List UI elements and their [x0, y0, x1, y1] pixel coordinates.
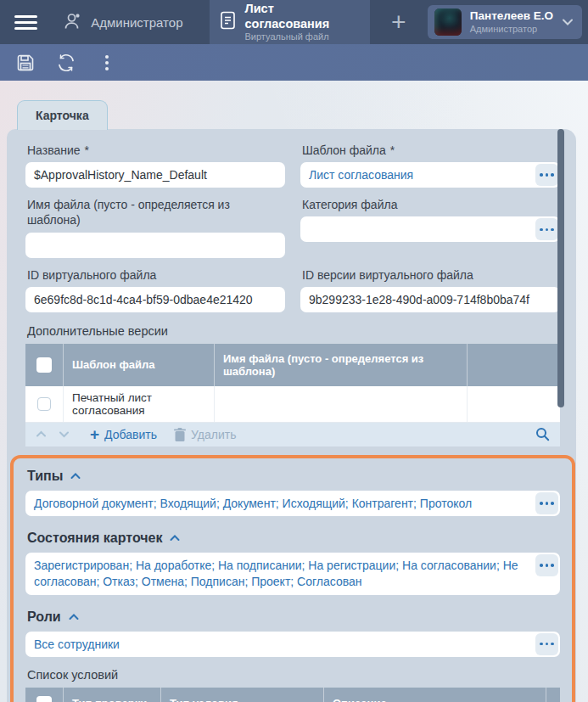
table-cell [215, 386, 468, 422]
highlighted-section: Типы Договорной документ; Входящий; Доку… [10, 455, 575, 702]
row-checkbox[interactable] [37, 397, 51, 411]
conditions-table-label: Список условий [27, 668, 560, 682]
hamburger-menu-button[interactable] [0, 0, 51, 44]
roles-ellipsis-button[interactable] [535, 633, 558, 655]
roles-section-header[interactable]: Роли [27, 609, 560, 625]
table-cell [468, 386, 560, 422]
table-cell: Печатный лист согласования [64, 386, 215, 422]
tab-card-label: Карточка [36, 109, 89, 122]
document-icon [220, 10, 236, 34]
name-label: Название* [27, 143, 285, 158]
save-button[interactable] [14, 51, 37, 75]
refresh-icon [55, 53, 77, 73]
tab-approval-sheet[interactable]: Лист согласования Виртуальный файл [210, 0, 369, 44]
move-up-button[interactable] [36, 430, 47, 438]
hamburger-icon [14, 12, 37, 33]
conditions-table-header: Тип проверки Тип условия Описание [25, 688, 560, 702]
types-input[interactable]: Договорной документ; Входящий; Документ;… [25, 491, 560, 516]
user-menu-button[interactable]: Пантелеев Е.О Администратор [428, 5, 582, 39]
checkbox-icon[interactable] [36, 357, 52, 373]
more-actions-button[interactable] [95, 51, 119, 75]
tab-subtitle: Виртуальный файл [244, 31, 359, 43]
types-ellipsis-button[interactable] [535, 492, 558, 514]
chevron-up-icon [70, 473, 81, 480]
versions-select-all[interactable] [25, 344, 64, 386]
version-id-label: ID версии виртуального файла [302, 267, 560, 283]
file-id-input[interactable]: 6e69fc8d-8c1d-4ca4-bf59-0dbae4e21420 [25, 287, 285, 312]
delete-row-button[interactable]: Удалить [174, 428, 236, 441]
add-row-button[interactable]: + Добавить [90, 426, 157, 442]
chevron-up-icon [36, 430, 47, 438]
tab-titles: Лист согласования Виртуальный файл [244, 1, 359, 43]
tab-card[interactable]: Карточка [17, 100, 108, 130]
chevron-up-icon [69, 614, 79, 621]
template-ellipsis-button[interactable] [535, 164, 558, 186]
versions-table: Шаблон файла Имя файла (пусто - определя… [25, 344, 560, 423]
fields-grid: Название* $ApprovalHistory_Name_Default … [25, 143, 560, 322]
template-input[interactable]: Лист согласования [300, 162, 560, 188]
versions-table-toolbar: + Добавить Удалить [25, 423, 560, 446]
content-area: Карточка Название* $ApprovalHistory_Name… [0, 81, 588, 702]
checkbox-icon[interactable] [36, 696, 52, 702]
template-label: Шаблон файла* [302, 143, 560, 158]
tab-title: Лист согласования [244, 1, 359, 31]
filename-input[interactable] [25, 233, 285, 258]
card-panel: Название* $ApprovalHistory_Name_Default … [7, 129, 576, 702]
conditions-select-all[interactable] [25, 688, 64, 702]
conditions-col-check-type: Тип проверки [64, 688, 161, 702]
save-icon [15, 53, 36, 73]
types-section-header[interactable]: Типы [27, 469, 560, 484]
chevron-down-icon [562, 14, 574, 30]
versions-col-filename: Имя файла (пусто - определяется из шабло… [215, 344, 468, 386]
name-input[interactable]: $ApprovalHistory_Name_Default [25, 162, 285, 188]
trash-icon [174, 428, 186, 441]
filename-label: Имя файла (пусто - определяется из шабло… [27, 197, 285, 227]
conditions-table: Тип проверки Тип условия Описание Включи… [25, 688, 560, 702]
states-section-header[interactable]: Состояния карточек [27, 531, 560, 546]
roles-input[interactable]: Все сотрудники [25, 632, 560, 657]
user-avatar [434, 8, 462, 36]
admin-workspace-label: Администратор [91, 15, 182, 30]
chevron-up-icon [170, 535, 180, 542]
admin-workspace-button[interactable]: Администратор [51, 0, 194, 44]
conditions-col-condition-type: Тип условия [161, 688, 324, 702]
new-tab-button[interactable]: + [370, 0, 428, 44]
user-name: Пантелеев Е.О [470, 9, 562, 23]
person-star-icon [63, 11, 83, 34]
file-id-label: ID виртуального файла [27, 267, 285, 283]
vertical-scrollbar[interactable] [557, 129, 564, 407]
states-ellipsis-button[interactable] [535, 554, 558, 576]
search-button[interactable] [535, 427, 550, 441]
plus-icon: + [90, 426, 99, 442]
conditions-col-extra [546, 688, 560, 702]
user-role: Администратор [470, 24, 562, 35]
versions-col-template: Шаблон файла [64, 344, 215, 386]
category-label: Категория файла [302, 197, 560, 212]
chevron-down-icon [59, 430, 70, 438]
plus-icon: + [391, 8, 406, 37]
states-input[interactable]: Зарегистрирован; На доработке; На подпис… [25, 553, 560, 595]
table-row[interactable]: Печатный лист согласования [25, 386, 560, 423]
versions-table-header: Шаблон файла Имя файла (пусто - определя… [25, 344, 560, 386]
user-names: Пантелеев Е.О Администратор [470, 9, 562, 34]
card-toolbar [0, 44, 588, 81]
move-down-button[interactable] [59, 430, 70, 438]
kebab-icon [104, 53, 109, 73]
versions-col-extra [468, 344, 560, 386]
refresh-button[interactable] [54, 51, 78, 75]
app-window: Администратор Лист согласования Виртуаль… [0, 0, 588, 702]
version-id-input[interactable]: 9b299233-1e28-490d-a009-714f8b0ba74f [300, 287, 560, 312]
versions-table-label: Дополнительные версии [27, 324, 560, 338]
search-icon [535, 427, 550, 441]
conditions-col-description: Описание [324, 688, 546, 702]
category-ellipsis-button[interactable] [535, 218, 558, 240]
top-bar: Администратор Лист согласования Виртуаль… [0, 0, 588, 44]
category-input[interactable] [300, 216, 560, 242]
